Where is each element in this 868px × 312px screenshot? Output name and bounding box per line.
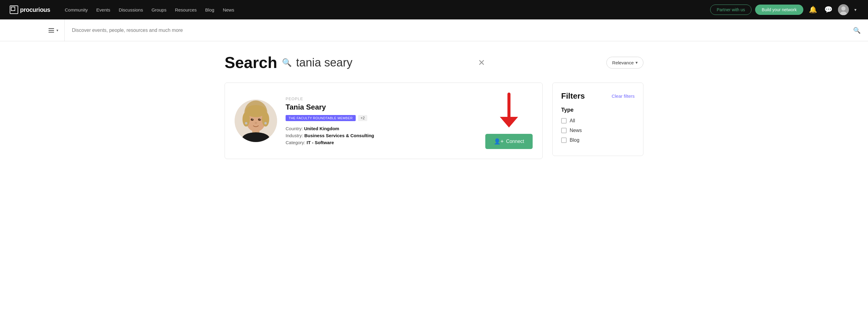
search-inline-icon: 🔍	[282, 58, 292, 67]
filter-checkbox-blog[interactable]	[561, 137, 567, 143]
badges-row: THE FACULTY ROUNDTABLE MEMBER +2	[286, 115, 477, 121]
results-filters-row: PEOPLE Tania Seary THE FACULTY ROUNDTABL…	[225, 83, 643, 159]
notifications-button[interactable]: 🔔	[807, 5, 819, 15]
svg-point-16	[245, 122, 247, 124]
svg-point-14	[255, 122, 257, 124]
search-page-title: Search	[225, 54, 277, 72]
result-card: PEOPLE Tania Seary THE FACULTY ROUNDTABL…	[225, 83, 542, 159]
svg-point-1	[841, 6, 845, 11]
nav-groups[interactable]: Groups	[151, 7, 166, 12]
filter-label-blog: Blog	[570, 137, 579, 143]
search-icon: 🔍	[853, 27, 861, 34]
menu-chevron-icon: ▾	[57, 28, 58, 32]
top-navigation: procurious Community Events Discussions …	[0, 0, 868, 20]
clear-filters-button[interactable]: Clear filters	[612, 93, 634, 99]
svg-marker-19	[500, 117, 518, 127]
hamburger-icon	[49, 28, 54, 32]
search-input-wrapper: 🔍	[65, 27, 868, 34]
connect-area: 👤+ Connect	[485, 93, 533, 149]
nav-events[interactable]: Events	[96, 7, 110, 12]
network-button[interactable]: Build your network	[755, 5, 803, 15]
svg-point-12	[252, 119, 253, 120]
filter-type-section-title: Type	[561, 107, 634, 113]
nav-actions: Partner with us Build your network 🔔 💬 ▾	[710, 4, 858, 15]
arrow-indicator-icon	[497, 93, 521, 129]
svg-point-11	[258, 118, 261, 121]
search-bar-row: ▾ 🔍	[0, 20, 868, 41]
filter-label-news: News	[570, 128, 582, 133]
partner-button[interactable]: Partner with us	[710, 5, 751, 15]
result-avatar	[235, 99, 277, 142]
filter-checkbox-news[interactable]	[561, 128, 567, 133]
main-content: Search 🔍 ✕ Relevance ▾	[206, 41, 662, 171]
results-area: PEOPLE Tania Seary THE FACULTY ROUNDTABL…	[225, 83, 542, 159]
nav-news[interactable]: News	[223, 7, 234, 12]
logo-icon	[10, 5, 18, 14]
search-query-input[interactable]	[296, 56, 473, 69]
logo-text: procurious	[20, 6, 50, 13]
connect-button[interactable]: 👤+ Connect	[485, 134, 533, 149]
relevance-label: Relevance	[612, 60, 634, 65]
filters-panel: Filters Clear filters Type All News Blog	[552, 83, 643, 156]
logo[interactable]: procurious	[10, 5, 50, 14]
result-info: PEOPLE Tania Seary THE FACULTY ROUNDTABL…	[286, 96, 477, 145]
filter-checkbox-all[interactable]	[561, 118, 567, 124]
filter-label-all: All	[570, 118, 575, 124]
messages-button[interactable]: 💬	[823, 5, 834, 15]
nav-resources[interactable]: Resources	[175, 7, 197, 12]
connect-icon: 👤+	[494, 138, 504, 145]
filter-option-all[interactable]: All	[561, 118, 634, 124]
search-heading-row: Search 🔍 ✕ Relevance ▾	[225, 54, 643, 72]
nav-links: Community Events Discussions Groups Reso…	[65, 7, 701, 12]
filter-option-blog[interactable]: Blog	[561, 137, 634, 143]
filters-title: Filters	[561, 91, 585, 101]
nav-discussions[interactable]: Discussions	[119, 7, 143, 12]
user-avatar-button[interactable]	[838, 4, 849, 15]
meta-industry: Industry: Business Services & Consulting	[286, 133, 477, 138]
clear-search-button[interactable]: ✕	[478, 58, 485, 68]
meta-category: Category: IT - Software	[286, 140, 477, 145]
meta-country: Country: United Kingdom	[286, 126, 477, 131]
filter-option-news[interactable]: News	[561, 128, 634, 133]
svg-point-17	[265, 122, 267, 124]
result-type: PEOPLE	[286, 96, 477, 101]
svg-point-13	[260, 119, 261, 120]
nav-blog[interactable]: Blog	[205, 7, 214, 12]
user-dropdown-button[interactable]: ▾	[852, 6, 858, 13]
result-name: Tania Seary	[286, 103, 477, 112]
result-meta: Country: United Kingdom Industry: Busine…	[286, 126, 477, 145]
relevance-dropdown[interactable]: Relevance ▾	[607, 57, 643, 69]
relevance-chevron-icon: ▾	[636, 60, 638, 65]
svg-point-10	[251, 118, 254, 121]
badge-roundtable: THE FACULTY ROUNDTABLE MEMBER	[286, 115, 356, 121]
discover-search-input[interactable]	[72, 28, 849, 33]
nav-community[interactable]: Community	[65, 7, 88, 12]
filters-header: Filters Clear filters	[561, 91, 634, 101]
badge-count: +2	[358, 115, 367, 121]
menu-toggle[interactable]: ▾	[49, 20, 65, 41]
